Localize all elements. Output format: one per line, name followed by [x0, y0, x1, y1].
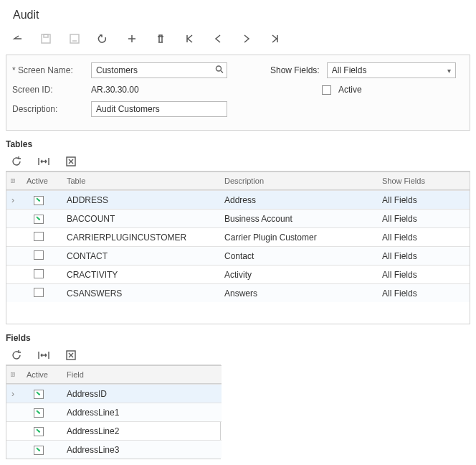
row-description: Address [220, 195, 378, 205]
row-indicator-icon: › [6, 389, 19, 399]
tables-toolbar [6, 152, 470, 171]
show-fields-value: All Fields [332, 65, 367, 75]
page-title: Audit [0, 0, 476, 26]
table-row[interactable]: ›ADDRESSAddressAll Fields [6, 190, 470, 209]
screen-id-label: Screen ID: [12, 85, 91, 95]
export-excel-icon[interactable] [65, 155, 77, 168]
notes-column-icon[interactable] [6, 371, 19, 378]
row-indicator-icon: › [6, 195, 19, 205]
row-description: Contact [220, 251, 378, 261]
fields-grid: Active Field ›AddressIDAddressLine1Addre… [6, 365, 221, 459]
row-show-fields: All Fields [378, 195, 449, 205]
table-row[interactable]: CRACTIVITYActivityAll Fields [6, 265, 470, 283]
refresh-icon[interactable] [10, 349, 23, 362]
row-show-fields: All Fields [378, 288, 449, 299]
field-row[interactable]: AddressLine2 [6, 421, 222, 440]
row-active-checkbox[interactable] [34, 232, 44, 241]
svg-rect-1 [44, 34, 48, 37]
row-field-name: AddressLine3 [62, 445, 220, 455]
row-field-name: AddressLine2 [62, 426, 220, 436]
row-description: Carrier Plugin Customer [220, 232, 378, 243]
tables-header: Tables [6, 138, 470, 151]
prev-icon[interactable] [211, 32, 225, 46]
row-active-checkbox[interactable] [34, 408, 44, 418]
show-fields-select[interactable]: All Fields ▾ [327, 62, 456, 78]
row-active-checkbox[interactable] [34, 446, 44, 455]
form-panel: Screen Name: Show Fields: All Fields ▾ S… [6, 55, 470, 131]
row-active-checkbox[interactable] [34, 269, 44, 278]
save-close-icon[interactable] [67, 32, 82, 46]
description-label: Description: [12, 104, 91, 114]
active-label: Active [338, 85, 362, 95]
svg-rect-0 [42, 34, 50, 43]
row-table-name: CRACTIVITY [62, 270, 220, 280]
screen-name-label: Screen Name: [12, 65, 91, 75]
first-icon[interactable] [182, 32, 196, 46]
save-icon[interactable] [39, 32, 53, 46]
refresh-icon[interactable] [10, 155, 23, 168]
field-row[interactable]: AddressLine1 [6, 403, 222, 421]
row-active-checkbox[interactable] [34, 196, 44, 205]
row-active-checkbox[interactable] [34, 250, 44, 260]
chevron-down-icon: ▾ [447, 67, 451, 75]
row-table-name: CSANSWERS [62, 288, 220, 299]
row-description: Business Account [220, 214, 378, 224]
row-show-fields: All Fields [378, 232, 449, 243]
field-row[interactable]: ›AddressID [6, 384, 222, 403]
show-fields-label: Show Fields: [270, 65, 320, 75]
tables-grid-header: Active Table Description Show Fields [6, 172, 470, 190]
row-table-name: BACCOUNT [62, 214, 220, 224]
table-row[interactable]: CARRIERPLUGINCUSTOMERCarrier Plugin Cust… [6, 227, 470, 246]
col-table[interactable]: Table [62, 177, 220, 185]
field-row[interactable]: AddressLine3 [6, 440, 222, 459]
add-icon[interactable] [125, 32, 139, 46]
row-active-checkbox[interactable] [34, 288, 44, 297]
col-field[interactable]: Field [62, 370, 220, 379]
fields-toolbar [6, 346, 470, 365]
fields-grid-header: Active Field [6, 365, 222, 384]
row-field-name: AddressLine1 [62, 408, 220, 418]
active-checkbox[interactable] [322, 85, 331, 95]
row-table-name: CONTACT [62, 251, 220, 261]
row-show-fields: All Fields [378, 270, 449, 280]
export-excel-icon[interactable] [65, 349, 77, 362]
table-row[interactable]: BACCOUNTBusiness AccountAll Fields [6, 209, 470, 227]
row-description: Answers [220, 288, 378, 299]
row-table-name: ADDRESS [62, 195, 220, 205]
notes-column-icon[interactable] [6, 177, 19, 184]
row-field-name: AddressID [62, 389, 220, 399]
delete-icon[interactable] [153, 32, 168, 46]
last-icon[interactable] [268, 32, 282, 46]
row-table-name: CARRIERPLUGINCUSTOMER [62, 232, 220, 243]
fit-columns-icon[interactable] [37, 349, 50, 362]
table-row[interactable]: CSANSWERSAnswersAll Fields [6, 283, 470, 302]
table-row[interactable]: CONTACTContactAll Fields [6, 246, 470, 265]
next-icon[interactable] [239, 32, 254, 46]
fields-header: Fields [6, 332, 470, 344]
main-toolbar [0, 26, 476, 52]
row-active-checkbox[interactable] [34, 390, 44, 399]
tables-grid: Active Table Description Show Fields ›AD… [6, 171, 470, 324]
col-description[interactable]: Description [220, 177, 378, 185]
col-active[interactable]: Active [19, 370, 62, 379]
screen-name-input[interactable] [91, 62, 227, 78]
row-description: Activity [220, 270, 378, 280]
screen-id-value: AR.30.30.00 [91, 83, 227, 97]
description-input[interactable] [91, 101, 227, 117]
svg-rect-2 [70, 34, 79, 43]
row-show-fields: All Fields [378, 251, 449, 261]
fit-columns-icon[interactable] [37, 155, 50, 168]
row-active-checkbox[interactable] [34, 427, 44, 436]
col-active[interactable]: Active [19, 177, 62, 185]
back-icon[interactable] [10, 32, 24, 46]
row-active-checkbox[interactable] [34, 215, 44, 224]
row-show-fields: All Fields [378, 214, 449, 224]
undo-icon[interactable] [96, 32, 110, 46]
col-show-fields[interactable]: Show Fields [378, 177, 449, 185]
